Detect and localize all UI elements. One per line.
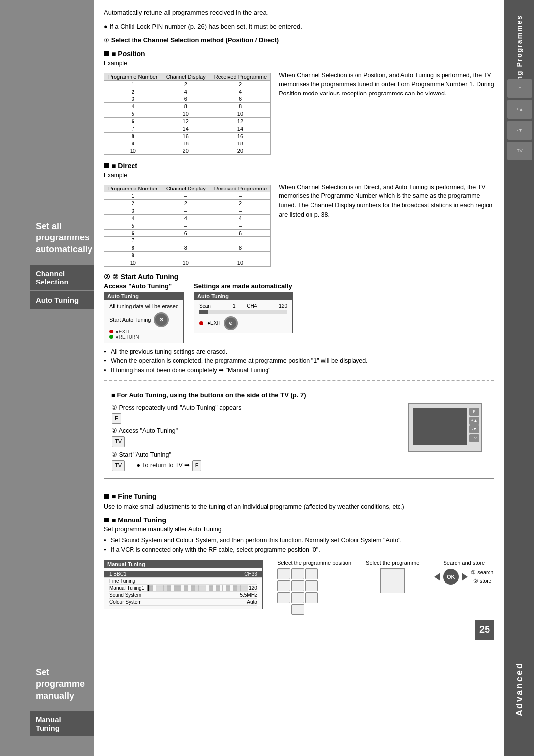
manual-tuning-ui-col: Manual Tuning 1 BBC1 CH33 Fine Tuning — [104, 560, 263, 609]
exit-dot-icon — [109, 330, 113, 333]
channel-selection-label: Channel Selection — [30, 265, 94, 290]
manual-bullet-1: Set Sound System and Colour System, and … — [104, 536, 494, 545]
left-sidebar — [0, 0, 30, 756]
sidebar-icon-1: F — [507, 79, 532, 98]
content-area: Set all programmes automatically Channel… — [30, 0, 504, 756]
f-key-1: F — [112, 413, 121, 424]
step-3: ③ Start "Auto Tuning" TV ● To return to … — [111, 450, 400, 472]
manual-tuning-controls: Manual Tuning 1 BBC1 CH33 Fine Tuning — [104, 560, 494, 615]
manual-bullet-2: If a VCR is connected only with the RF c… — [104, 545, 494, 555]
keypad-key-8[interactable] — [291, 592, 304, 603]
search-store-label: Search and store — [434, 560, 493, 566]
for-auto-title: ■ For Auto Tuning, using the buttons on … — [111, 391, 487, 399]
position-example-label: Example — [104, 60, 494, 67]
position-title: ■ Position — [104, 50, 494, 58]
steps-col: ① Press repeatedly until "Auto Tuning" a… — [111, 403, 400, 473]
tv-screen — [413, 408, 467, 445]
bullet-3: If tuning has not been done completely ➡… — [104, 366, 494, 375]
ok-button-left[interactable]: ⊙ — [154, 312, 169, 327]
intro-line2: ● If a Child Lock PIN number (p. 26) has… — [104, 22, 494, 32]
tv-btn-up: +▲ — [469, 417, 479, 425]
sidebar-icon-3: -▼ — [507, 121, 532, 140]
search-store-col: Search and store OK ① search ② store — [434, 560, 493, 586]
keypad-key-7[interactable] — [277, 592, 290, 603]
search-store-labels: ① search ② store — [471, 568, 493, 586]
keypad-key-3[interactable] — [305, 568, 318, 579]
auto-tuning-section: ② ② Start Auto Tuning Access "Auto Tunin… — [104, 273, 494, 375]
direct-table-col: Programme Number Channel Display Receive… — [104, 183, 271, 269]
black-square-icon3 — [104, 494, 109, 499]
side-labels: Set all programmes automatically Channel… — [30, 0, 94, 756]
auto-tuning-row: Access "Auto Tuning" Auto Tuning All tun… — [104, 283, 494, 343]
tv-key-2: TV — [112, 460, 125, 471]
auto-tuning-ui-right: Auto Tuning Scan 1 CH4 120 — [194, 292, 293, 333]
tv-side-buttons: F +▲ -▼ TV — [469, 408, 479, 442]
sidebar-icon-4: TV — [507, 142, 532, 160]
direct-title: ■ Direct — [104, 162, 494, 170]
step-1: ① Press repeatedly until "Auto Tuning" a… — [111, 403, 400, 425]
position-table: Programme Number Channel Display Receive… — [104, 73, 271, 155]
manual-row-fine: Fine Tuning — [109, 578, 257, 585]
keypad-key-5[interactable] — [291, 580, 304, 591]
page-number: 25 — [475, 620, 494, 640]
keypad-key-6[interactable] — [305, 580, 318, 591]
right-triangle-icon — [462, 573, 468, 581]
ok-round-button[interactable]: OK — [443, 569, 459, 585]
position-table-col: Programme Number Channel Display Receive… — [104, 71, 271, 157]
direct-example-label: Example — [104, 172, 494, 179]
step-2: ② Access "Auto Tuning" TV — [111, 426, 400, 448]
right-sidebar: Tuning Programmes F +▲ -▼ TV Advanced — [504, 0, 534, 756]
direct-section: Programme Number Channel Display Receive… — [104, 183, 494, 269]
keypad-key-4[interactable] — [277, 580, 290, 591]
tv-btn-tv: TV — [469, 434, 479, 442]
black-square-icon — [104, 51, 109, 56]
progress-bar — [199, 310, 287, 314]
steps-tv-columns: ① Press repeatedly until "Auto Tuning" a… — [111, 403, 487, 473]
page-container: Set all programmes automatically Channel… — [0, 0, 534, 756]
keypad-key-9[interactable] — [305, 592, 318, 603]
tv-body: F +▲ -▼ TV — [408, 403, 482, 452]
tv-image-col: F +▲ -▼ TV — [408, 403, 487, 473]
settings-auto-col: Settings are made automatically Auto Tun… — [194, 283, 293, 333]
keypad-key-1[interactable] — [277, 568, 290, 579]
tv-btn-f: F — [469, 408, 479, 416]
return-dot-icon — [109, 335, 113, 339]
access-auto-tuning-col: Access "Auto Tuning" Auto Tuning All tun… — [104, 283, 184, 343]
manual-row-tuning: Manual Tuning 1 ▐░░░░░░░░░░░░░░░░░░░░░░░… — [109, 585, 257, 592]
select-programme-position-col: Select the programme position — [277, 560, 351, 615]
auto-tuning-bullets: All the previous tuning settings are era… — [104, 347, 494, 375]
advanced-label: Advanced — [514, 662, 525, 716]
manual-tuning-section: ■ Manual Tuning Set programme manually a… — [104, 516, 494, 615]
direct-table: Programme Number Channel Display Receive… — [104, 185, 271, 267]
f-key-2: F — [192, 460, 202, 471]
select-programme-col: Select the programme — [366, 560, 419, 593]
select-prog-pos-label: Select the programme position — [277, 560, 351, 566]
bullet-2: When the operation is completed, the pro… — [104, 356, 494, 366]
manual-tuning-label: Manual Tuning — [30, 711, 94, 736]
manual-tuning-bullets: Set Sound System and Colour System, and … — [104, 536, 494, 555]
bullet-1: All the previous tuning settings are era… — [104, 347, 494, 357]
manual-row-bbc1: 1 BBC1 CH33 — [104, 571, 262, 578]
keypad-key-0[interactable] — [291, 604, 304, 615]
for-auto-tuning-box: ■ For Auto Tuning, using the buttons on … — [104, 386, 494, 479]
sidebar-icons: F +▲ -▼ TV — [507, 79, 532, 160]
fine-tuning-desc: Use to make small adjustments to the tun… — [104, 502, 494, 512]
fine-tuning-section: ■ Fine Tuning Use to make small adjustme… — [104, 492, 494, 512]
manual-row-colour: Colour System Auto — [109, 599, 257, 606]
select-prog-label: Select the programme — [366, 560, 419, 566]
main-area: Set all programmes automatically Channel… — [30, 0, 504, 756]
select-programme-box — [380, 568, 405, 593]
auto-tuning-ui-left: Auto Tuning All tuning data will be eras… — [104, 292, 184, 343]
page-number-area: 25 — [104, 620, 494, 640]
ok-button-right[interactable]: ⊙ — [224, 316, 238, 330]
manual-tuning-ui: Manual Tuning 1 BBC1 CH33 Fine Tuning — [104, 560, 263, 609]
tv-btn-down: -▼ — [469, 425, 479, 433]
direct-description: When Channel Selection is on Direct, and… — [279, 183, 494, 269]
tv-image-container: F +▲ -▼ TV — [408, 403, 487, 457]
keypad-grid — [277, 568, 351, 615]
black-square-icon2 — [104, 163, 109, 168]
position-description: When Channel Selection is on Position, a… — [279, 71, 494, 157]
sidebar-icon-2: +▲ — [507, 100, 532, 119]
keypad-key-2[interactable] — [291, 568, 304, 579]
intro-line3: ① Select the Channel Selection method (P… — [104, 35, 494, 45]
